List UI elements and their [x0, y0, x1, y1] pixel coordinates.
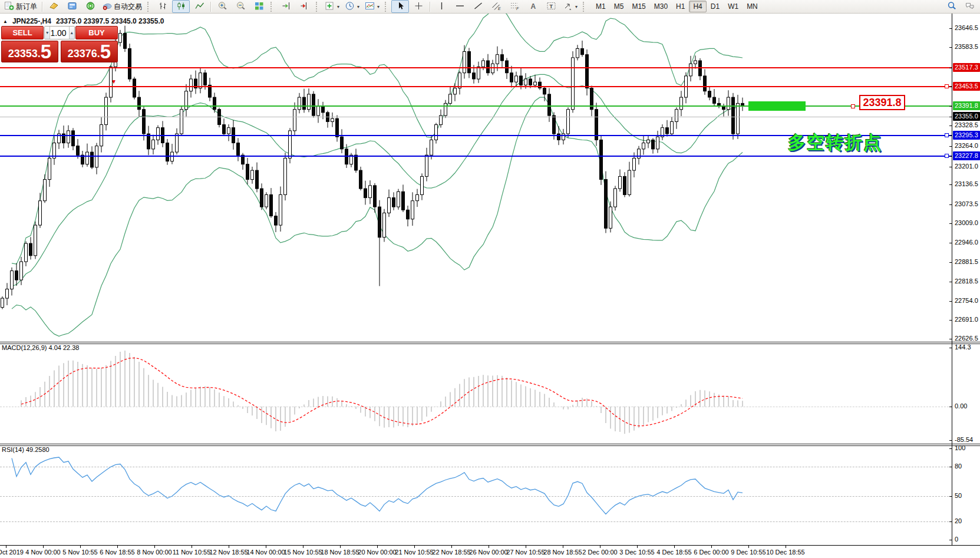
chevron-down-icon[interactable]: ▾ — [377, 4, 380, 9]
collapse-panel-icon[interactable]: ▲ — [3, 19, 8, 24]
new-order-button[interactable]: 新订单 — [2, 0, 39, 13]
svg-text:E: E — [498, 6, 501, 11]
horizontal-line-button[interactable] — [451, 0, 468, 13]
equidistant-channel-button[interactable]: E — [487, 0, 505, 13]
arrows-button[interactable]: ▾ — [560, 0, 580, 13]
text-label-button[interactable]: T — [542, 0, 560, 13]
market-history-button[interactable] — [45, 0, 62, 13]
candlestick-chart-button[interactable] — [172, 0, 190, 13]
toolbar-separator — [430, 2, 430, 12]
indicator-axis-tick — [949, 521, 952, 522]
highlight-rectangle-object[interactable] — [748, 101, 806, 111]
indicator-axis-tick — [949, 407, 952, 407]
text-button[interactable]: A — [524, 0, 542, 13]
price-axis-tick — [949, 301, 952, 302]
bar-chart-button[interactable] — [154, 0, 171, 13]
cursor-button[interactable] — [391, 0, 409, 13]
periods-button[interactable]: ▾ — [342, 0, 362, 13]
indicators-button[interactable]: ▾ — [322, 0, 342, 13]
time-axis-tick — [451, 545, 452, 548]
auto-trading-button[interactable]: 自动交易 — [100, 0, 144, 13]
chat-button[interactable] — [961, 0, 978, 13]
time-axis-label: 8 Nov 00:00 — [137, 549, 171, 556]
time-axis-tick — [489, 545, 489, 548]
price-badge-23453.5: 23453.5 — [953, 82, 980, 91]
zoom-in-button[interactable] — [213, 0, 231, 13]
price-axis-line[interactable] — [952, 14, 952, 545]
timeframe-h1-button[interactable]: H1 — [672, 1, 689, 12]
rsi-panel-splitter[interactable] — [0, 444, 980, 444]
timeframe-h4-button[interactable]: H4 — [689, 1, 706, 12]
green-line-handle[interactable] — [851, 104, 855, 108]
chart-shift-button[interactable] — [295, 0, 313, 13]
terminal-icon — [67, 1, 77, 12]
sell-arrow-icon[interactable]: ▼ — [111, 79, 117, 85]
buy-price[interactable]: 23376. 5 — [61, 41, 118, 62]
macd-panel-splitter[interactable] — [0, 342, 980, 342]
zoom-out-button[interactable] — [232, 0, 249, 13]
chevron-down-icon[interactable]: ▾ — [337, 4, 339, 9]
buy-button[interactable]: BUY — [75, 26, 118, 39]
toolbar-drag-handle[interactable] — [316, 2, 319, 12]
macd-label: MACD(12,26,9) 4.04 22.38 — [2, 344, 79, 351]
timeframe-mn-button[interactable]: MN — [743, 1, 762, 12]
volume-increment-button[interactable]: ▲ — [69, 27, 74, 39]
timeframe-m15-button[interactable]: M15 — [628, 1, 649, 12]
rsi-label: RSI(14) 49.2580 — [2, 446, 50, 453]
auto-scroll-button[interactable] — [277, 0, 295, 13]
sell-price[interactable]: 23353. 5 — [1, 41, 58, 62]
timeframe-d1-button[interactable]: D1 — [707, 1, 724, 12]
signal-button[interactable] — [81, 0, 99, 13]
toolbar-drag-handle[interactable] — [270, 2, 273, 12]
timeframe-m30-button[interactable]: M30 — [650, 1, 672, 12]
indicator-scale-label: 50 — [955, 491, 962, 500]
price-tag-label[interactable]: 23391.8 — [859, 95, 905, 110]
time-axis-line[interactable] — [0, 545, 980, 546]
hline-handle-23453.5[interactable] — [945, 84, 949, 88]
trendline-button[interactable] — [469, 0, 487, 13]
hline-handle-23227.8[interactable] — [945, 154, 949, 158]
toolbar-drag-handle[interactable] — [583, 2, 586, 12]
hline-23355.0[interactable] — [0, 117, 952, 117]
time-axis-tick — [266, 545, 266, 548]
search-button[interactable] — [943, 0, 961, 13]
annotation-text[interactable]: 多空转折点 — [788, 131, 882, 155]
price-badge-23355.0: 23355.0 — [953, 112, 980, 121]
tile-windows-icon — [254, 1, 264, 12]
chart-shift-icon — [299, 1, 309, 12]
macd-panel-splitter-2 — [0, 344, 980, 344]
price-axis-tick — [949, 282, 952, 282]
terminal-button[interactable] — [63, 0, 81, 13]
hline-23517.3[interactable] — [0, 67, 952, 68]
sell-price-int: 23353. — [8, 46, 41, 61]
indicator-scale-label: 100 — [955, 444, 965, 453]
price-axis-tick — [949, 204, 952, 205]
timeframe-m5-button[interactable]: M5 — [610, 1, 628, 12]
toolbar-drag-handle[interactable] — [385, 2, 388, 12]
time-axis-tick — [6, 545, 6, 548]
toolbar-drag-handle[interactable] — [147, 2, 150, 12]
toolbar-separator — [42, 2, 42, 12]
time-axis-tick — [674, 545, 675, 548]
line-chart-button[interactable] — [190, 0, 208, 13]
chevron-down-icon[interactable]: ▾ — [357, 4, 359, 9]
time-axis-tick — [563, 545, 563, 548]
volume-decrement-button[interactable]: ▼ — [45, 27, 50, 39]
vertical-line-button[interactable] — [433, 0, 450, 13]
chevron-down-icon[interactable]: ▾ — [575, 4, 578, 9]
hline-handle-23295.3[interactable] — [945, 133, 949, 137]
timeframe-w1-button[interactable]: W1 — [724, 1, 743, 12]
templates-button[interactable]: ▾ — [362, 0, 382, 13]
auto-trading-icon — [102, 1, 112, 12]
hline-23391.8[interactable] — [0, 105, 952, 107]
volume-input[interactable]: 1.00 — [50, 27, 68, 39]
fibonacci-button[interactable]: F — [506, 0, 523, 13]
hline-23453.5[interactable] — [0, 86, 952, 87]
hline-23227.8[interactable] — [0, 156, 952, 157]
timeframe-m1-button[interactable]: M1 — [592, 1, 610, 12]
text-label-icon: T — [546, 1, 556, 12]
price-axis-tick — [949, 136, 952, 136]
tile-windows-button[interactable] — [250, 0, 268, 13]
crosshair-button[interactable] — [410, 0, 427, 13]
sell-button[interactable]: SELL — [1, 26, 44, 39]
